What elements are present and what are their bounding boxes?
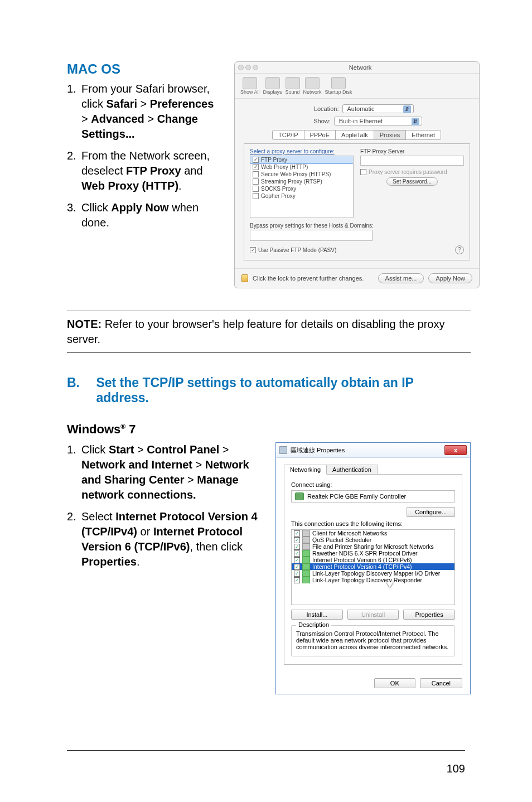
tab-appletalk[interactable]: AppleTalk [335, 130, 374, 140]
win7-prefix: Windows [67, 422, 120, 436]
location-label: Location: [300, 105, 339, 112]
proxy-checkbox[interactable]: ✓ [253, 164, 259, 170]
connection-item[interactable]: ✓Internet Protocol Version 6 (TCP/IPv6) [292, 557, 454, 563]
proxy-checkbox[interactable] [253, 186, 259, 192]
item-label: Link-Layer Topology Discovery Responder [312, 577, 422, 583]
tab-proxies[interactable]: Proxies [374, 130, 407, 140]
connection-properties-dialog: 區域連線 Properties x NetworkingAuthenticati… [275, 442, 471, 694]
proxy-checkbox[interactable] [253, 193, 259, 199]
proxy-checkbox[interactable]: ✓ [253, 157, 259, 163]
toolbar-label: Sound [286, 89, 300, 95]
page-number: 109 [447, 762, 465, 775]
divider [67, 311, 471, 311]
proxy-checkbox[interactable] [253, 171, 259, 177]
lock-icon[interactable] [241, 274, 248, 282]
show-select[interactable]: Built-in Ethernet ⇵ [334, 117, 422, 125]
tab-authentication[interactable]: Authentication [326, 465, 378, 475]
connection-item[interactable]: ✓Rawether NDIS 6.X SPR Protocol Driver [292, 550, 454, 557]
connection-item[interactable]: ✓File and Printer Sharing for Microsoft … [292, 543, 454, 550]
item-label: Internet Protocol Version 6 (TCP/IPv6) [312, 557, 412, 563]
adapter-field: Realtek PCIe GBE Family Controller [291, 490, 455, 503]
plain-text: Click [81, 443, 109, 456]
item-checkbox[interactable]: ✓ [294, 550, 300, 557]
help-icon[interactable]: ? [455, 245, 464, 254]
tab-networking[interactable]: Networking [284, 465, 327, 475]
lock-text: Click the lock to prevent further change… [253, 275, 364, 282]
toolbar-item[interactable]: Startup Disk [325, 77, 352, 95]
proxy-list-item[interactable]: Streaming Proxy (RTSP) [250, 178, 353, 185]
proxy-list-item[interactable]: SOCKS Proxy [250, 185, 353, 192]
item-checkbox[interactable]: ✓ [294, 537, 300, 543]
proxy-list-item[interactable]: ✓Web Proxy (HTTP) [250, 163, 353, 171]
emphasis-text: Advanced [91, 113, 144, 125]
toolbar-item[interactable]: Show All [240, 77, 260, 95]
item-checkbox[interactable]: ✓ [294, 571, 300, 577]
item-checkbox[interactable]: ✓ [294, 557, 300, 563]
connection-item[interactable]: ✓QoS Packet Scheduler [292, 537, 454, 543]
plain-text: > [184, 474, 197, 486]
close-button[interactable]: x [444, 445, 467, 455]
ftp-proxy-server-label: FTP Proxy Server [360, 148, 464, 154]
proxy-list-item[interactable]: Secure Web Proxy (HTTPS) [250, 171, 353, 178]
step-item: 3.Cllick Apply Now when done. [67, 200, 223, 230]
ok-button[interactable]: OK [374, 678, 415, 688]
plain-text: . [137, 555, 140, 568]
ftp-proxy-address-input[interactable] [360, 156, 464, 166]
item-checkbox[interactable]: ✓ [294, 577, 300, 583]
set-password-button[interactable]: Set Password... [386, 177, 438, 186]
item-label: Link-Layer Topology Discovery Mapper I/O… [312, 570, 440, 577]
assist-me-button[interactable]: Assist me... [378, 273, 424, 283]
proxy-list-item[interactable]: ✓FTP Proxy [250, 156, 354, 164]
plain-text: Cllick [81, 201, 111, 214]
install-button[interactable]: Install... [291, 610, 343, 620]
proxy-checkbox[interactable] [253, 178, 259, 185]
connection-items-list[interactable]: ✓Client for Microsoft Networks✓QoS Packe… [291, 529, 455, 605]
proxy-list-item[interactable]: Gopher Proxy [250, 192, 353, 200]
toolbar-item[interactable]: Displays [263, 77, 282, 95]
passive-ftp-label: Use Passive FTP Mode (PASV) [258, 247, 336, 253]
tab-ethernet[interactable]: Ethernet [405, 130, 441, 140]
item-checkbox[interactable]: ✓ [294, 564, 300, 570]
configure-button[interactable]: Configure... [407, 507, 455, 517]
toolbar-label: Displays [263, 89, 282, 95]
description-group: Description Transmission Control Protoco… [291, 625, 455, 656]
step-number: 2. [67, 509, 81, 569]
toolbar-item[interactable]: Network [303, 77, 322, 95]
plain-text: > [192, 458, 205, 471]
protocol-icon [302, 570, 310, 577]
emphasis-text: Network and Internet [81, 458, 192, 471]
properties-button[interactable]: Properties [403, 610, 455, 620]
tab-tcp/ip[interactable]: TCP/IP [272, 130, 304, 140]
protocol-icon [302, 557, 310, 563]
chevron-updown-icon: ⇵ [403, 105, 411, 113]
description-label: Description [296, 621, 331, 628]
cancel-button[interactable]: Cancel [420, 678, 462, 688]
step-body: From the Network screen, deselect FTP Pr… [81, 148, 223, 194]
connection-item[interactable]: ✓Internet Protocol Version 4 (TCP/IPv4) [292, 563, 454, 570]
location-select[interactable]: Automatic ⇵ [342, 104, 414, 113]
proxy-server-list[interactable]: ✓FTP Proxy✓Web Proxy (HTTP)Secure Web Pr… [250, 156, 354, 218]
toolbar-item[interactable]: Sound [286, 77, 300, 95]
emphasis-text: Web Proxy (HTTP) [81, 180, 178, 192]
apply-now-button[interactable]: Apply Now [428, 273, 472, 283]
passive-ftp-checkbox[interactable]: ✓ [250, 247, 256, 253]
emphasis-text: Apply Now [111, 201, 168, 214]
connection-item[interactable]: ✓Link-Layer Topology Discovery Mapper I/… [292, 570, 454, 577]
plain-text: and [181, 165, 203, 177]
bypass-hosts-input[interactable] [250, 230, 373, 241]
protocol-icon [302, 543, 310, 550]
toolbar-label: Network [303, 89, 322, 95]
note-paragraph: NOTE: Refer to your browser's help featu… [67, 317, 471, 347]
step-number: 1. [67, 81, 81, 142]
connection-item[interactable]: ✓Link-Layer Topology Discovery Responder [292, 577, 454, 583]
requires-password-checkbox[interactable] [360, 169, 366, 175]
tab-pppoe[interactable]: PPPoE [304, 130, 336, 140]
proxy-label: Gopher Proxy [261, 193, 296, 199]
step-item: 2.From the Network screen, deselect FTP … [67, 148, 223, 194]
item-checkbox[interactable]: ✓ [294, 544, 300, 550]
item-checkbox[interactable]: ✓ [294, 530, 300, 537]
step-number: 2. [67, 148, 81, 194]
connection-item[interactable]: ✓Client for Microsoft Networks [292, 530, 454, 537]
mac-tabs: TCP/IPPPPoEAppleTalkProxiesEthernet [244, 130, 470, 140]
select-proxy-link[interactable]: Select a proxy server to configure: [250, 148, 354, 154]
